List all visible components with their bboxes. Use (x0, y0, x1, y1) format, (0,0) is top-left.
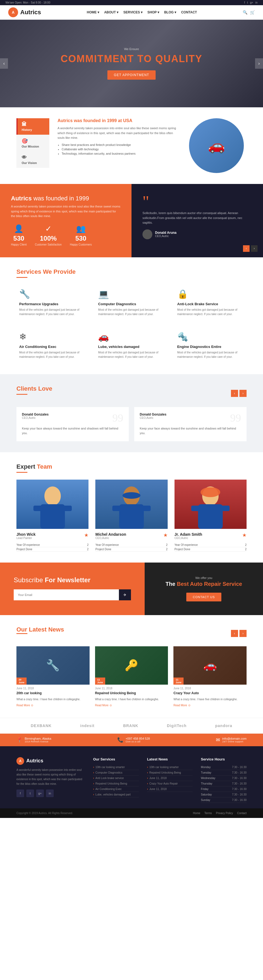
author-name: Donald Aruna (155, 231, 177, 235)
service-title-6: Engine Diagnostics Entire (177, 345, 244, 349)
nav-shop[interactable]: SHOP ▾ (147, 10, 159, 14)
email-text: info@domain.com 24/7 online support (222, 737, 247, 743)
clients-nav: ‹ › (231, 390, 247, 397)
read-more-3[interactable]: Read More ⊙ (174, 704, 247, 707)
clients-grid: Donald Gonzales CEO,Autric 99 Keep your … (16, 407, 247, 441)
hero-next-button[interactable]: › (255, 58, 263, 69)
newsletter-submit-button[interactable]: ✈ (119, 589, 131, 600)
linkedin-icon[interactable]: in (255, 1, 258, 4)
client-header-1: Donald Gonzales CEO,Autric 99 (22, 412, 123, 423)
contact-address: 📍 Birmingham, Alaska 1014 Refresh Avenue (16, 737, 51, 743)
read-more-2[interactable]: Read More ⊙ (95, 704, 168, 707)
client-info-2: Donald Gonzales CEO,Autric (140, 412, 166, 419)
testimonial-next[interactable]: › (251, 245, 258, 252)
service-icon-1: 🔧 (19, 289, 86, 299)
footer-service-3[interactable]: Anti Lock brake service (93, 775, 139, 781)
footer-link-home[interactable]: Home (193, 811, 200, 815)
team-star-3[interactable]: ★ (242, 532, 247, 538)
nav-services[interactable]: SERVICES ▾ (123, 10, 142, 14)
client-card-2: Donald Gonzales CEO,Autric 99 Keep your … (134, 407, 247, 441)
news-date-1: June 11, 2018 (16, 687, 89, 690)
stat-label-3: Happy Customers (70, 243, 92, 246)
service-4: ❄ Air Conditioning Exec Most of the vehi… (16, 328, 88, 363)
service-icon-6: 🔩 (177, 331, 244, 342)
news-title-wrap: Our Latest News (16, 626, 64, 641)
service-6: 🔩 Engine Diagnostics Entire Most of the … (175, 328, 247, 363)
stat-icon-3: 👥 (70, 224, 92, 233)
stats-grid: 👤 530 Happy Client ✓ 100% Customer Satis… (11, 224, 121, 247)
news-text-2: What a crazy time. I have five children … (95, 697, 168, 702)
news-card-3: 🚗 11 June June 11, 2018 Crazy Your Auto … (174, 646, 247, 707)
stat-happy-customers: 👥 530 Happy Customers (70, 224, 92, 247)
years-exp-row-1: Year Of experience 2 (16, 543, 88, 547)
footer-news-4[interactable]: Crazy Your Auto Repair (147, 781, 193, 786)
news-next[interactable]: › (239, 630, 247, 637)
team-star-1[interactable]: ★ (84, 532, 88, 538)
about-content: Autrics was founded in 1999 at USA A won… (57, 118, 178, 156)
brand-4: DigitTech (167, 724, 186, 728)
stat-number-3: 530 (70, 235, 92, 242)
appointment-button[interactable]: GET APPOINTMENT (107, 70, 156, 80)
footer-service-2[interactable]: Computer Diagnostics (93, 770, 139, 775)
mission-icon: 🎯 (22, 138, 45, 144)
newsletter-right-title: The Best Auto Repair Service (166, 581, 242, 587)
footer-link-privacy[interactable]: Privacy Policy (216, 811, 233, 815)
news-date-2: June 11, 2018 (95, 687, 168, 690)
author-role: CEO,Autric (155, 235, 177, 238)
footer-link-terms[interactable]: Terms (204, 811, 212, 815)
svg-rect-7 (141, 506, 151, 511)
footer-service-5[interactable]: Air Conditioning Exec (93, 786, 139, 792)
contact-phone[interactable]: 📞 +097 458 854 528 Give us a call (117, 737, 150, 743)
nav-about[interactable]: ABOUT ▾ (104, 10, 118, 14)
google-icon[interactable]: g+ (250, 1, 253, 4)
svg-rect-3 (62, 506, 72, 511)
footer-services-title: Our Services (93, 757, 139, 761)
tab-vision[interactable]: 👁 Our Vision (16, 151, 49, 168)
footer-linkedin-icon[interactable]: in (46, 789, 54, 797)
footer-news-1[interactable]: 10th car looking smarter (147, 765, 193, 770)
svg-rect-6 (112, 506, 122, 511)
facebook-icon[interactable]: f (244, 1, 245, 4)
team-grid: Jhon Wick Lead Painter ★ Year Of experie… (16, 480, 247, 552)
footer-services-col: Our Services 10th car looking smarter Co… (93, 757, 139, 803)
team-name-2: Michel Andarson (95, 532, 126, 536)
contact-button[interactable]: CONTACT US (186, 593, 222, 601)
footer-service-1[interactable]: 10th car looking smarter (93, 765, 139, 770)
footer-bottom: Copyright © 2019 Autrics. All Rights Res… (0, 808, 263, 818)
logo[interactable]: A Autrics (8, 7, 41, 17)
footer: A Autrics A wonderful serenity taken pos… (0, 746, 263, 808)
nav-contact[interactable]: CONTACT (181, 10, 197, 14)
tab-history[interactable]: 🏛 History (16, 118, 49, 135)
clients-prev[interactable]: ‹ (231, 390, 238, 397)
team-info-2: Michel Andarson CEO,Autric ★ (95, 529, 167, 543)
nav-blog[interactable]: BLOG ▾ (164, 10, 176, 14)
twitter-icon[interactable]: t (247, 1, 248, 4)
footer-news-list: 10th car looking smarter Repaired Unlock… (147, 765, 193, 792)
footer-twitter-icon[interactable]: t (26, 789, 34, 797)
hero-prev-button[interactable]: ‹ (0, 58, 8, 69)
footer-service-6[interactable]: Lube, vehicles damaged part (93, 792, 139, 797)
read-more-1[interactable]: Read More ⊙ (16, 704, 89, 707)
team-underline (16, 472, 27, 473)
team-star-2[interactable]: ★ (163, 532, 168, 538)
nav-home[interactable]: HOME ▾ (87, 10, 99, 14)
footer-facebook-icon[interactable]: f (16, 789, 24, 797)
clients-next[interactable]: › (239, 390, 247, 397)
testimonial-prev[interactable]: ‹ (243, 245, 250, 252)
newsletter-email-input[interactable] (14, 589, 119, 600)
clients-section: Clients Love ‹ › Donald Gonzales CEO,Aut… (0, 374, 263, 452)
contact-email[interactable]: ✉ info@domain.com 24/7 online support (216, 737, 247, 743)
cart-icon[interactable]: 🛒 (250, 10, 255, 14)
email-icon: ✉ (216, 737, 220, 743)
footer-link-contact[interactable]: Contact (237, 811, 247, 815)
client-header-2: Donald Gonzales CEO,Autric 99 (140, 412, 241, 423)
search-icon[interactable]: 🔍 (243, 10, 247, 14)
footer-service-4[interactable]: Repaired Unlocking Being (93, 781, 139, 786)
team-photo-3 (175, 480, 247, 529)
news-prev[interactable]: ‹ (231, 630, 238, 637)
brand-5: pandora (215, 724, 232, 728)
footer-google-icon[interactable]: g+ (36, 789, 44, 797)
tab-mission[interactable]: 🎯 Our Mission (16, 135, 49, 151)
service-icon-4: ❄ (19, 331, 86, 342)
logo-icon: A (8, 7, 18, 17)
